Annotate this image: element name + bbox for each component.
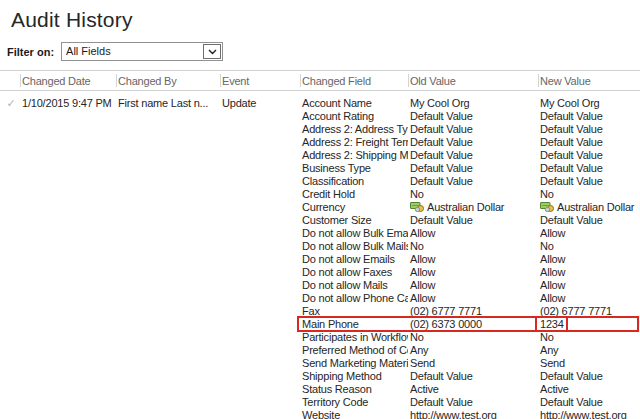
new-value-cell: (02) 6777 7771 xyxy=(538,305,640,318)
column-header-old-value[interactable]: Old Value xyxy=(408,71,538,90)
audit-field-row: Territory Code Default Value Default Val… xyxy=(300,396,640,409)
old-value-text: (02) 6373 0000 xyxy=(410,318,482,330)
old-value-text: Allow xyxy=(410,279,435,291)
old-value-text: Default Value xyxy=(410,149,473,161)
column-header-changed-by[interactable]: Changed By xyxy=(116,71,220,90)
new-value-cell: Australian Dollar xyxy=(538,201,640,215)
old-value-cell: Default Value xyxy=(408,175,538,188)
old-value-text: Default Value xyxy=(410,136,473,148)
page-title: Audit History xyxy=(11,7,640,33)
filter-label: Filter on: xyxy=(7,46,54,58)
new-value-cell: Any xyxy=(538,344,640,357)
new-value-cell: Allow xyxy=(538,266,640,279)
old-value-cell: Australian Dollar xyxy=(408,201,538,215)
changed-field-cell: Shipping Method xyxy=(300,370,408,383)
audit-record-row[interactable]: ✓ 1/10/2015 9:47 PM First name Last n...… xyxy=(0,91,640,419)
old-value-cell: Default Value xyxy=(408,162,538,175)
filter-dropdown[interactable]: All Fields xyxy=(61,42,223,61)
event-cell: Update xyxy=(220,97,300,419)
old-value-text: Active xyxy=(410,383,439,395)
changed-field-label: Fax xyxy=(302,305,320,317)
old-value-text: My Cool Org xyxy=(410,97,470,109)
old-value-text: Default Value xyxy=(410,123,473,135)
column-header-event[interactable]: Event xyxy=(220,71,300,90)
changed-field-label: Address 2: Freight Terms xyxy=(302,136,408,148)
changed-field-cell: Do not allow Mails xyxy=(300,279,408,292)
audit-field-row: Preferred Method of Cor Any Any xyxy=(300,344,640,357)
new-value-text: Active xyxy=(540,383,569,395)
new-value-text: Default Value xyxy=(540,214,603,226)
old-value-cell: Default Value xyxy=(408,123,538,136)
new-value-cell: Default Value xyxy=(538,396,640,409)
new-value-text: Default Value xyxy=(540,136,603,148)
changed-field-label: Territory Code xyxy=(302,396,368,408)
changed-field-cell: Address 2: Address Type xyxy=(300,123,408,136)
new-value-text: Allow xyxy=(540,279,565,291)
changed-by-cell: First name Last n... xyxy=(116,97,220,419)
changed-field-cell: Status Reason xyxy=(300,383,408,396)
changed-field-label: Do not allow Bulk Mails xyxy=(302,240,408,252)
changed-field-label: Preferred Method of Cor xyxy=(302,344,408,356)
audit-field-row: Do not allow Emails Allow Allow xyxy=(300,253,640,266)
changed-field-label: Account Name xyxy=(302,97,372,109)
old-value-cell: Allow xyxy=(408,253,538,266)
old-value-cell: Default Value xyxy=(408,149,538,162)
audit-field-row: Main Phone (02) 6373 0000 1234 xyxy=(300,318,640,331)
old-value-text: Allow xyxy=(410,266,435,278)
audit-field-row: Credit Hold No No xyxy=(300,188,640,201)
table-header: Changed Date Changed By Event Changed Fi… xyxy=(0,70,640,91)
audit-field-row: Account Rating Default Value Default Val… xyxy=(300,110,640,123)
new-value-text: Allow xyxy=(540,266,565,278)
new-value-cell: Send xyxy=(538,357,640,370)
changed-field-cell: Do not allow Faxes xyxy=(300,266,408,279)
changed-field-cell: Customer Size xyxy=(300,214,408,227)
column-header-changed-date[interactable]: Changed Date xyxy=(20,71,116,90)
currency-icon xyxy=(540,201,554,215)
field-change-list: Account Name My Cool Org My Cool Org Acc… xyxy=(300,97,640,419)
old-value-text: No xyxy=(410,331,424,343)
changed-field-label: Customer Size xyxy=(302,214,372,226)
old-value-cell: Default Value xyxy=(408,136,538,149)
changed-field-cell: Main Phone xyxy=(300,318,408,331)
changed-field-label: Address 2: Shipping Met xyxy=(302,149,408,161)
old-value-text: http://www.test.org xyxy=(410,409,497,419)
column-header-changed-field[interactable]: Changed Field xyxy=(300,71,408,90)
changed-field-cell: Send Marketing Material xyxy=(300,357,408,370)
new-value-text: Any xyxy=(540,344,558,356)
changed-date-cell: 1/10/2015 9:47 PM xyxy=(20,97,116,419)
new-value-cell: Default Value xyxy=(538,162,640,175)
changed-field-label: Do not allow Mails xyxy=(302,279,388,291)
column-header-new-value[interactable]: New Value xyxy=(538,71,640,90)
audit-field-row: Business Type Default Value Default Valu… xyxy=(300,162,640,175)
changed-field-cell: Website xyxy=(300,409,408,419)
new-value-text: Default Value xyxy=(540,396,603,408)
old-value-cell: Active xyxy=(408,383,538,396)
changed-field-label: Classification xyxy=(302,175,364,187)
new-value-text: Default Value xyxy=(540,123,603,135)
new-value-cell: http://www.test.org xyxy=(538,409,640,419)
old-value-cell: No xyxy=(408,240,538,253)
old-value-text: No xyxy=(410,188,424,200)
audit-field-row: Account Name My Cool Org My Cool Org xyxy=(300,97,640,110)
new-value-text: http://www.test.org xyxy=(540,409,627,419)
audit-field-row: Address 2: Address Type Default Value De… xyxy=(300,123,640,136)
old-value-text: No xyxy=(410,240,424,252)
old-value-cell: No xyxy=(408,188,538,201)
new-value-text: No xyxy=(540,331,554,343)
filter-bar: Filter on: All Fields xyxy=(7,42,640,61)
new-value-cell: No xyxy=(538,188,640,201)
new-value-cell: Allow xyxy=(538,227,640,240)
row-select-indicator[interactable]: ✓ xyxy=(0,97,20,419)
new-value-text: Default Value xyxy=(540,370,603,382)
changed-field-label: Do not allow Bulk Emails xyxy=(302,227,408,239)
old-value-text: Default Value xyxy=(410,110,473,122)
old-value-text: Allow xyxy=(410,292,435,304)
changed-field-label: Currency xyxy=(302,201,345,213)
changed-field-label: Status Reason xyxy=(302,383,372,395)
chevron-down-icon[interactable] xyxy=(203,44,221,59)
new-value-text: Allow xyxy=(540,253,565,265)
changed-field-cell: Preferred Method of Cor xyxy=(300,344,408,357)
currency-icon xyxy=(410,201,424,215)
new-value-text: Allow xyxy=(540,292,565,304)
old-value-text: Send xyxy=(410,357,435,369)
